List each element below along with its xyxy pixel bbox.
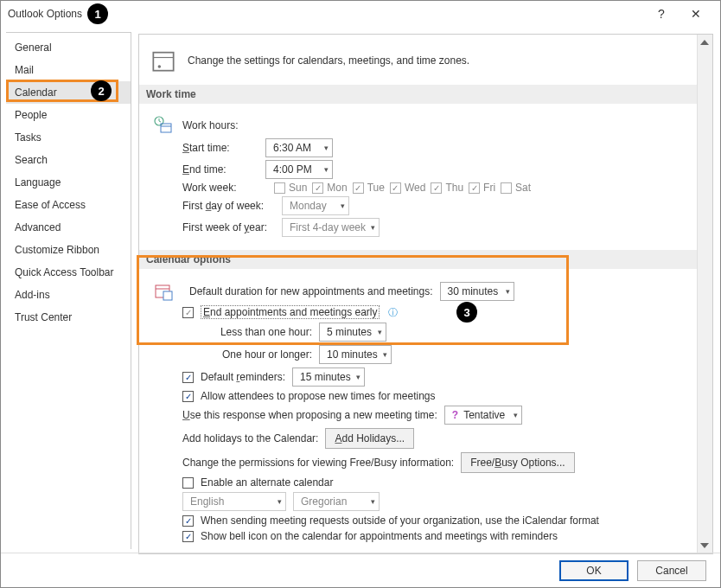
allow-propose-label: Allow attendees to propose new times for… — [201, 390, 435, 402]
first-week-dropdown[interactable]: First 4-day week▾ — [282, 218, 380, 237]
sidebar-item-customize-ribbon[interactable]: Customize Ribbon — [6, 239, 131, 261]
sidebar-item-search[interactable]: Search — [6, 149, 131, 171]
alt-cal-lang-dropdown[interactable]: English▾ — [182, 492, 286, 511]
sidebar-item-add-ins[interactable]: Add-ins — [6, 284, 131, 306]
intro-row: Change the settings for calendars, meeti… — [139, 35, 697, 85]
content-panel: Change the settings for calendars, meeti… — [138, 34, 713, 554]
freebusy-label: Change the permissions for viewing Free/… — [182, 457, 454, 469]
start-time-dropdown[interactable]: 6:30 AM▾ — [265, 138, 333, 157]
weekday-sun[interactable]: Sun — [274, 182, 307, 194]
start-time-label: S — [182, 142, 189, 154]
less-hour-dropdown[interactable]: 5 minutes▾ — [319, 323, 386, 342]
sidebar-item-general[interactable]: General — [6, 36, 131, 59]
intro-text: Change the settings for calendars, meeti… — [188, 54, 469, 67]
sidebar-item-people[interactable]: People — [6, 104, 131, 126]
sidebar-item-advanced[interactable]: Advanced — [6, 216, 131, 239]
info-icon[interactable]: ⓘ — [388, 306, 398, 319]
sidebar-item-mail[interactable]: Mail — [6, 59, 131, 81]
help-button[interactable]: ? — [644, 1, 679, 27]
alt-calendar-checkbox[interactable] — [182, 477, 194, 489]
first-day-label: First day of week: — [182, 200, 282, 212]
weekday-sat[interactable]: Sat — [501, 182, 531, 194]
clock-calendar-icon — [151, 115, 175, 136]
section-calendar-options: Default duration for new appointments an… — [139, 269, 697, 554]
sidebar-item-quick-access-toolbar[interactable]: Quick Access Toolbar — [6, 261, 131, 284]
weekday-mon[interactable]: Mon — [312, 182, 347, 194]
default-reminders-checkbox[interactable] — [182, 372, 194, 383]
less-hour-label: Less than one hour: — [200, 326, 312, 338]
calendar-options-icon — [151, 281, 175, 302]
end-early-checkbox[interactable] — [182, 307, 194, 318]
end-time-label: E — [182, 163, 189, 176]
bell-icon-checkbox[interactable] — [182, 531, 194, 542]
sidebar-item-trust-center[interactable]: Trust Center — [6, 306, 131, 329]
dialog-button-bar: OK Cancel — [1, 553, 720, 587]
default-reminders-label: Default reminders: — [201, 371, 285, 383]
svg-rect-8 — [163, 291, 172, 300]
ok-button[interactable]: OK — [559, 560, 628, 581]
work-hours-label: Work hours: — [182, 119, 238, 131]
weekday-tue[interactable]: Tue — [353, 182, 385, 194]
allow-propose-checkbox[interactable] — [182, 391, 194, 402]
weekday-fri[interactable]: Fri — [469, 182, 495, 194]
weekday-thu[interactable]: Thu — [431, 182, 463, 194]
section-work-time: Work hours: Start time: 6:30 AM▾ End tim… — [139, 104, 697, 250]
end-early-label: End appointments and meetings early — [201, 305, 380, 319]
end-time-dropdown[interactable]: 4:00 PM▾ — [265, 160, 333, 179]
svg-rect-4 — [161, 124, 171, 132]
add-holidays-label: Add holidays to the Calendar: — [182, 432, 318, 444]
window-title: Outlook Options — [8, 8, 644, 20]
svg-rect-0 — [153, 53, 173, 71]
sidebar: General Mail Calendar People Tasks Searc… — [6, 32, 131, 549]
freebusy-button[interactable]: Free/Busy Options... — [461, 452, 574, 473]
weekday-wed[interactable]: Wed — [390, 182, 425, 194]
vertical-scrollbar[interactable] — [697, 35, 712, 553]
sidebar-item-calendar[interactable]: Calendar — [6, 81, 131, 104]
ical-checkbox[interactable] — [182, 515, 194, 527]
first-day-dropdown[interactable]: Monday▾ — [282, 196, 349, 215]
ical-label: When sending meeting requests outside of… — [201, 514, 599, 527]
calendar-icon — [151, 48, 175, 73]
default-duration-dropdown[interactable]: 30 minutes▾ — [440, 282, 514, 301]
alt-calendar-label: Enable an alternate calendar — [201, 476, 333, 489]
section-calendar-options-header: Calendar options — [139, 250, 697, 269]
title-bar: Outlook Options ? ✕ — [1, 1, 720, 27]
use-response-label: Use this response when proposing a new m… — [182, 409, 437, 421]
one-hour-dropdown[interactable]: 10 minutes▾ — [319, 345, 392, 364]
default-reminders-dropdown[interactable]: 15 minutes▾ — [292, 368, 365, 387]
close-button[interactable]: ✕ — [679, 1, 713, 27]
section-work-time-header: Work time — [139, 85, 697, 104]
work-week-label: Work week: — [182, 182, 265, 194]
one-hour-label: One hour or longer: — [200, 348, 312, 361]
svg-point-2 — [158, 65, 162, 68]
default-duration-label: Default duration for new appointments an… — [189, 285, 433, 297]
sidebar-item-language[interactable]: Language — [6, 171, 131, 194]
cancel-button[interactable]: Cancel — [637, 560, 706, 581]
tentative-dropdown[interactable]: ?Tentative▾ — [444, 406, 522, 425]
sidebar-item-tasks[interactable]: Tasks — [6, 126, 131, 149]
bell-icon-label: Show bell icon on the calendar for appoi… — [201, 530, 558, 542]
first-week-label: First week of year: — [182, 221, 282, 233]
add-holidays-button[interactable]: Add Holidays... — [325, 428, 414, 449]
sidebar-item-ease-of-access[interactable]: Ease of Access — [6, 194, 131, 216]
alt-cal-type-dropdown[interactable]: Gregorian▾ — [293, 492, 380, 511]
